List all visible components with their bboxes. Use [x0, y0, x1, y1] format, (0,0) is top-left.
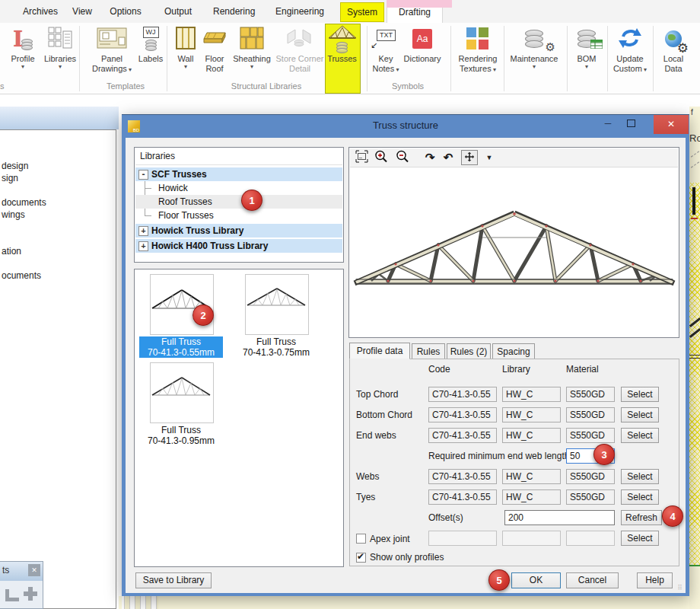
webs-select-button[interactable]: Select — [621, 469, 659, 484]
sidebar-item[interactable]: sign — [2, 173, 18, 183]
tree-item-howick[interactable]: Howick — [135, 181, 342, 195]
bottom-chord-material-field[interactable]: S550GD — [566, 407, 615, 422]
bottom-chord-code-field[interactable]: C70-41.3-0.55 — [428, 407, 497, 422]
rotate-ccw-icon[interactable]: ↶ — [440, 150, 457, 165]
dropdown-arrow-icon — [6, 64, 40, 69]
tree-expand-icon[interactable]: + — [138, 226, 148, 236]
bottom-chord-library-field[interactable]: HW_C — [502, 407, 561, 422]
wall-button[interactable]: Wall — [172, 25, 199, 69]
close-icon[interactable]: ✕ — [28, 564, 40, 576]
rendering-textures-button[interactable]: Rendering Textures — [455, 25, 501, 75]
minimize-button[interactable]: ─ — [597, 115, 619, 134]
refresh-button[interactable]: Refresh — [621, 510, 662, 525]
top-chord-code-field[interactable]: C70-41.3-0.55 — [428, 387, 497, 402]
save-to-library-button[interactable]: Save to Library — [135, 572, 212, 588]
truss-sketch — [246, 275, 307, 333]
labels-button[interactable]: WJ Labels — [134, 25, 167, 64]
cancel-button[interactable]: Cancel — [566, 572, 619, 588]
apex-select-button[interactable]: Select — [621, 531, 659, 546]
truss-preview-drawing — [350, 167, 678, 337]
dictionary-button[interactable]: Aa Dictionary — [399, 25, 446, 64]
annotation-badge-2: 2 — [192, 304, 214, 326]
menu-tab-rendering[interactable]: Rendering — [213, 2, 254, 21]
bottom-chord-select-button[interactable]: Select — [621, 407, 659, 422]
sidebar-item[interactable]: design — [2, 161, 28, 171]
thumbnail-1-label[interactable]: Full Truss 70-41.3-0.55mm — [139, 336, 223, 358]
ribbon-tab-row: Archives View Options Output Rendering E… — [0, 0, 700, 24]
tree-collapse-icon[interactable]: - — [138, 170, 148, 180]
tab-rules-2[interactable]: Rules (2) — [447, 343, 491, 359]
tree-item-scf-trusses[interactable]: - SCF Trusses — [135, 167, 342, 181]
floor-roof-button[interactable]: Floor Roof — [199, 25, 230, 74]
sidebar-item[interactable]: documents — [2, 197, 46, 208]
menu-tab-system[interactable]: System — [340, 2, 384, 22]
webs-material-field[interactable]: S550GD — [566, 469, 615, 484]
key-notes-button[interactable]: TXT ↙ Key Notes — [371, 25, 401, 75]
end-webs-select-button[interactable]: Select — [621, 428, 659, 443]
corner-tool-icon[interactable] — [5, 589, 19, 601]
top-chord-material-field[interactable]: S550GD — [566, 387, 615, 402]
thumbnail-3-label[interactable]: Full Truss 70-41.3-0.95mm — [139, 425, 223, 446]
end-webs-library-field[interactable]: HW_C — [502, 428, 561, 443]
truss-thumbnail-2[interactable] — [245, 274, 309, 335]
zoom-window-icon[interactable] — [353, 150, 370, 165]
dialog-client-area: Libraries - SCF Trusses Howick Roof Trus… — [126, 138, 686, 593]
webs-code-field[interactable]: C70-41.3-0.55 — [428, 469, 497, 484]
sidebar-item[interactable]: ation — [2, 246, 21, 257]
tab-rules[interactable]: Rules — [412, 343, 445, 359]
ok-button[interactable]: OK — [511, 572, 561, 588]
tyes-select-button[interactable]: Select — [621, 489, 659, 505]
tree-item-howick-truss-library[interactable]: + Howick Truss Library — [135, 224, 342, 238]
libraries-button[interactable]: Libraries — [41, 25, 79, 69]
tyes-material-field[interactable]: S550GD — [566, 489, 615, 505]
pan-icon[interactable] — [461, 150, 478, 165]
sidebar-item[interactable]: wings — [2, 209, 25, 220]
maintenance-button[interactable]: ⚙ Maintenance — [507, 25, 562, 69]
menu-tab-output[interactable]: Output — [161, 2, 195, 21]
row-label-tyes: Tyes — [356, 489, 375, 505]
tree-expand-icon[interactable]: + — [138, 241, 148, 251]
menu-tab-options[interactable]: Options — [107, 2, 145, 21]
thumbnail-2-label[interactable]: Full Truss 70-41.3-0.75mm — [234, 336, 318, 358]
panel-drawings-button[interactable]: Panel Drawings — [88, 25, 135, 75]
rotate-cw-icon[interactable]: ↷ — [422, 150, 438, 165]
plus-tool-icon[interactable] — [24, 587, 37, 601]
bom-button[interactable]: BOM — [569, 25, 604, 69]
end-webs-material-field[interactable]: S550GD — [566, 428, 615, 443]
help-button[interactable]: Help — [637, 572, 673, 588]
show-only-profiles-checkbox[interactable] — [356, 553, 366, 563]
truss-thumbnail-3[interactable] — [150, 362, 214, 423]
menu-tab-view[interactable]: View — [67, 2, 97, 21]
wall-hatch-pattern — [689, 183, 700, 565]
tree-item-roof-trusses[interactable]: Roof Trusses — [135, 195, 342, 209]
local-data-button[interactable]: ⚙ Local Data — [656, 25, 691, 74]
thumbnail-list-panel: Full Truss 70-41.3-0.55mm Full Truss 70-… — [134, 269, 344, 567]
tab-profile-data[interactable]: Profile data — [349, 343, 410, 359]
zoom-out-icon[interactable] — [394, 150, 411, 165]
apex-joint-checkbox[interactable] — [356, 534, 366, 544]
tab-spacing[interactable]: Spacing — [492, 343, 535, 359]
zoom-in-icon[interactable] — [373, 150, 390, 165]
tyes-code-field[interactable]: C70-41.3-0.55 — [428, 489, 497, 505]
tree-item-howick-h400-truss-library[interactable]: + Howick H400 Truss Library — [135, 239, 342, 253]
toolbar-dropdown-icon[interactable] — [481, 150, 498, 165]
sheathing-button[interactable]: Sheathing — [230, 25, 274, 69]
end-webs-code-field[interactable]: C70-41.3-0.55 — [428, 428, 497, 443]
top-chord-select-button[interactable]: Select — [621, 387, 659, 402]
tyes-library-field[interactable]: HW_C — [502, 489, 561, 505]
trusses-button[interactable]: Trusses — [326, 25, 358, 64]
top-chord-library-field[interactable]: HW_C — [502, 387, 561, 402]
close-button[interactable]: ✕ — [654, 115, 689, 134]
application-window: Archives View Options Output Rendering E… — [0, 0, 700, 609]
maximize-button[interactable] — [619, 115, 642, 134]
dialog-title-bar[interactable]: BD Truss structure ─ ✕ — [122, 115, 689, 138]
update-custom-button[interactable]: Update Custom — [609, 25, 651, 75]
menu-tab-archives[interactable]: Archives — [17, 2, 64, 21]
webs-library-field[interactable]: HW_C — [502, 469, 561, 484]
profile-button[interactable]: I Profile — [6, 25, 40, 69]
sidebar-item[interactable]: ocuments — [2, 270, 41, 281]
offsets-input[interactable]: 200 — [504, 510, 615, 525]
menu-tab-engineering[interactable]: Engineering — [274, 2, 326, 21]
tree-item-floor-trusses[interactable]: Floor Trusses — [135, 209, 342, 222]
resize-grip-icon[interactable]: ⠿ — [677, 584, 683, 591]
